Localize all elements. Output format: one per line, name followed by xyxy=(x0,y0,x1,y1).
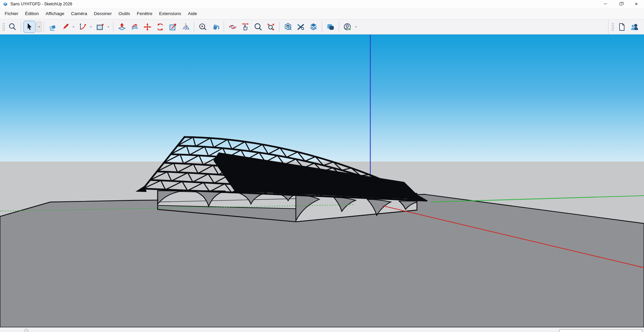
move-icon xyxy=(143,22,152,31)
warehouse-3d-button[interactable] xyxy=(282,21,294,33)
arc-dropdown[interactable]: ▾ xyxy=(89,25,93,28)
zoom-extents-button[interactable] xyxy=(265,21,277,33)
collaborators-icon xyxy=(630,22,639,31)
flip-button[interactable] xyxy=(179,21,192,33)
menu-dessiner[interactable]: Dessiner xyxy=(91,9,115,18)
rectangle-dropdown[interactable]: ▾ xyxy=(106,25,110,28)
layers-icon xyxy=(309,22,318,31)
toolbar-separator xyxy=(44,22,44,32)
account-dropdown[interactable]: ▾ xyxy=(354,25,358,28)
orbit-icon xyxy=(228,22,237,31)
rectangle-icon xyxy=(96,22,105,31)
pan-button[interactable] xyxy=(239,21,251,33)
new-document-button[interactable] xyxy=(615,21,628,33)
right-toolbar xyxy=(608,19,644,34)
arc-icon xyxy=(78,22,87,31)
toolbar-grip[interactable] xyxy=(611,22,614,31)
menu-aide[interactable]: Aide xyxy=(184,9,200,18)
select-button[interactable] xyxy=(23,21,36,33)
menu-fenetre[interactable]: Fenêtre xyxy=(133,9,156,18)
eraser-button[interactable] xyxy=(46,21,58,33)
toolbar-separator xyxy=(21,22,21,32)
drawing-viewport[interactable] xyxy=(0,35,644,327)
paint-bucket-button[interactable] xyxy=(209,21,221,33)
account-button[interactable] xyxy=(341,21,354,33)
collaborators-button[interactable] xyxy=(628,21,640,33)
pushpull-button[interactable] xyxy=(116,21,128,33)
extension-warehouse-button[interactable] xyxy=(294,21,307,33)
zoom-button[interactable] xyxy=(252,21,264,33)
pencil-dropdown[interactable]: ▾ xyxy=(71,25,75,28)
main-toolbar: ▾▾▾▾▾ xyxy=(0,19,644,35)
account-icon xyxy=(343,22,352,31)
toolbar-grip[interactable] xyxy=(2,22,5,31)
title-bar: Sans UYHTGFD - SketchUp 2026 ✕ xyxy=(0,0,644,8)
toolbar-separator xyxy=(339,22,339,32)
minimize-icon xyxy=(604,4,607,4)
extension-warehouse-icon xyxy=(296,22,305,31)
tape-measure-button[interactable] xyxy=(197,21,209,33)
scale-icon xyxy=(168,22,177,31)
menu-camera[interactable]: Caméra xyxy=(68,9,91,18)
paint-bucket-icon xyxy=(211,22,220,31)
warehouse-3d-icon xyxy=(283,22,292,31)
layers-button[interactable] xyxy=(307,21,319,33)
pushpull-icon xyxy=(117,22,126,31)
measurements-input[interactable] xyxy=(559,329,642,332)
menu-fichier[interactable]: Fichier xyxy=(1,9,22,18)
pencil-button[interactable] xyxy=(59,21,71,33)
scale-button[interactable] xyxy=(167,21,179,33)
rectangle-button[interactable] xyxy=(94,21,106,33)
eraser-icon xyxy=(48,22,57,31)
arc-button[interactable] xyxy=(76,21,89,33)
flip-icon xyxy=(181,22,190,31)
help-icon[interactable]: ? xyxy=(24,329,29,332)
followme-button[interactable] xyxy=(128,21,141,33)
search-button[interactable] xyxy=(6,21,18,33)
followme-icon xyxy=(130,22,139,31)
zoom-extents-icon xyxy=(266,22,275,31)
menu-edition[interactable]: Édition xyxy=(22,9,42,18)
toolbar-separator xyxy=(279,22,279,32)
close-icon: ✕ xyxy=(635,2,638,6)
menu-affichage[interactable]: Affichage xyxy=(42,9,68,18)
chat-button[interactable] xyxy=(324,21,336,33)
toolbar-separator xyxy=(113,22,113,32)
tape-measure-icon xyxy=(198,22,207,31)
restore-icon xyxy=(620,3,622,5)
pencil-icon xyxy=(61,22,70,31)
model-scene xyxy=(0,35,644,327)
toolbar-separator xyxy=(194,22,194,32)
pan-icon xyxy=(241,22,250,31)
sketchup-logo-icon xyxy=(3,1,8,7)
select-icon xyxy=(25,22,34,31)
close-button[interactable]: ✕ xyxy=(629,0,644,8)
menu-outils[interactable]: Outils xyxy=(115,9,133,18)
rotate-button[interactable] xyxy=(154,21,166,33)
window-title: Sans UYHTGFD - SketchUp 2026 xyxy=(10,2,72,6)
menu-extensions[interactable]: Extensions xyxy=(156,9,184,18)
orbit-button[interactable] xyxy=(226,21,238,33)
toolbar-separator xyxy=(224,22,224,32)
minimize-button[interactable] xyxy=(598,0,613,8)
zoom-icon xyxy=(254,22,263,31)
search-icon xyxy=(8,22,17,31)
move-button[interactable] xyxy=(141,21,153,33)
rotate-icon xyxy=(156,22,165,31)
status-bar: ? xyxy=(0,327,644,332)
new-document-icon xyxy=(617,22,626,31)
menu-bar: FichierÉditionAffichageCaméraDessinerOut… xyxy=(0,8,644,19)
toolbar-separator xyxy=(322,22,322,32)
select-dropdown[interactable]: ▾ xyxy=(37,21,42,32)
chat-icon xyxy=(326,22,335,31)
sky xyxy=(0,35,644,161)
restore-button[interactable] xyxy=(613,0,629,8)
